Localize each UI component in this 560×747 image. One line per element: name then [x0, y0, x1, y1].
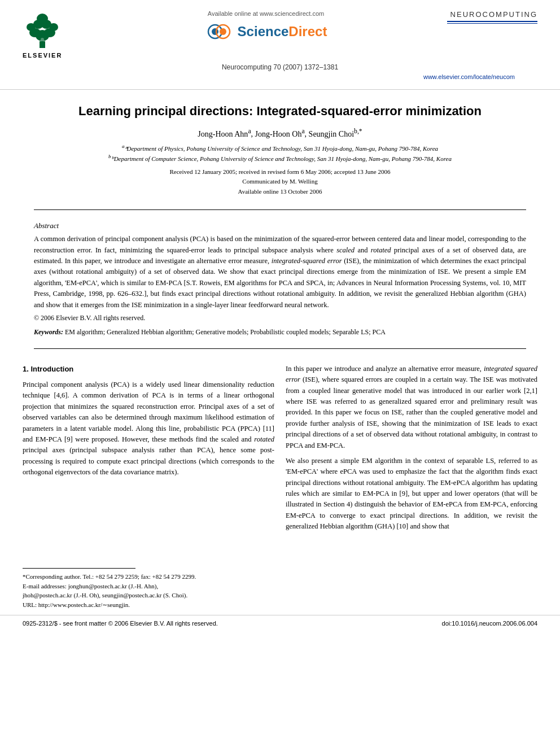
abstract-section: Abstract A common derivation of principa… [0, 216, 560, 343]
footer-doi: doi:10.1016/j.neucom.2006.06.004 [442, 620, 537, 627]
section1-right-para2: We also present a simple EM algorithm in… [286, 456, 537, 532]
abstract-divider [34, 348, 526, 349]
header: ELSEVIER Available online at www.science… [0, 0, 560, 90]
article-header: Learning principal directions: Integrate… [0, 90, 560, 204]
footer-bar: 0925-2312/$ - see front matter © 2006 El… [0, 615, 560, 631]
abstract-label: Abstract [34, 221, 526, 230]
authors: Jong-Hoon Ahna, Jong-Hoon Oha, Seungjin … [34, 128, 526, 139]
journal-url: www.elsevier.com/locate/neucom [23, 73, 537, 84]
footer-issn: 0925-2312/$ - see front matter © 2006 El… [23, 620, 218, 627]
page: ELSEVIER Available online at www.science… [0, 0, 560, 747]
section1-para1: Principal component analysis (PCA) is a … [23, 379, 274, 478]
svg-point-8 [37, 14, 48, 24]
journal-name-header: NEUROCOMPUTING [450, 10, 537, 19]
sd-brand-text: ScienceDirect [238, 24, 327, 40]
section1-right-para1: In this paper we introduce and analyze a… [286, 364, 537, 451]
svg-point-13 [220, 28, 226, 35]
svg-point-11 [212, 28, 218, 35]
svg-rect-0 [40, 41, 45, 48]
col-left: 1. Introduction Principal component anal… [23, 364, 274, 610]
journal-info: Neurocomputing 70 (2007) 1372–1381 [23, 63, 537, 71]
section1-heading: 1. Introduction [23, 364, 274, 375]
header-divider [34, 209, 526, 210]
sd-icon [205, 20, 233, 43]
body-columns: 1. Introduction Principal component anal… [0, 355, 560, 610]
header-top: ELSEVIER Available online at www.science… [23, 10, 537, 59]
copyright: © 2006 Elsevier B.V. All rights reserved… [34, 314, 526, 322]
col-right: In this paper we introduce and analyze a… [286, 364, 537, 610]
abstract-text: A common derivation of principal compone… [34, 234, 526, 311]
elsevier-tree-icon [23, 10, 62, 50]
neurocomputing-right: NEUROCOMPUTING [447, 10, 537, 24]
keywords: Keywords: EM algorithm; Generalized Hebb… [34, 327, 526, 337]
received-info: Received 12 January 2005; received in re… [34, 167, 526, 197]
footnote-text: *Corresponding author. Tel.: +82 54 279 … [23, 572, 274, 609]
available-online-text: Available online at www.sciencedirect.co… [208, 10, 324, 17]
elsevier-logo: ELSEVIER [23, 10, 85, 59]
sciencedirect-center: Available online at www.sciencedirect.co… [85, 10, 447, 43]
footnote-divider [23, 568, 135, 569]
sd-logo: ScienceDirect [205, 20, 327, 43]
affiliations: aᵃDepartment of Physics, Pohang Universi… [34, 143, 526, 163]
article-title: Learning principal directions: Integrate… [34, 103, 526, 120]
svg-point-9 [41, 38, 44, 41]
elsevier-text: ELSEVIER [23, 52, 62, 59]
